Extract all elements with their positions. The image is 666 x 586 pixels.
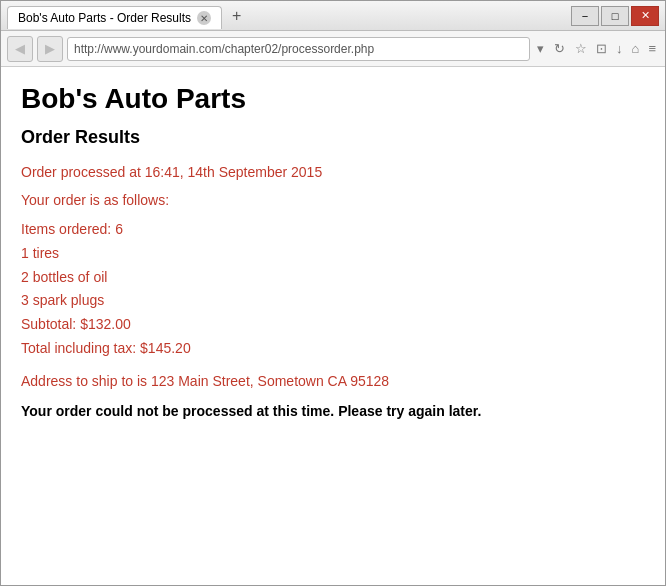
item3: 3 spark plugs bbox=[21, 289, 645, 313]
order-follows-text: Your order is as follows: bbox=[21, 192, 645, 208]
order-details: Items ordered: 6 1 tires 2 bottles of oi… bbox=[21, 218, 645, 361]
address-bar: ◀ ▶ http://www.yourdomain.com/chapter02/… bbox=[1, 31, 665, 67]
url-bar[interactable]: http://www.yourdomain.com/chapter02/proc… bbox=[67, 37, 530, 61]
order-processed-text: Order processed at 16:41, 14th September… bbox=[21, 164, 645, 180]
item2: 2 bottles of oil bbox=[21, 266, 645, 290]
refresh-icon[interactable]: ↻ bbox=[551, 39, 568, 58]
items-ordered: Items ordered: 6 bbox=[21, 218, 645, 242]
tab-label: Bob's Auto Parts - Order Results bbox=[18, 11, 191, 25]
home-icon[interactable]: ⌂ bbox=[629, 39, 643, 58]
maximize-button[interactable]: □ bbox=[601, 6, 629, 26]
page-content: Bob's Auto Parts Order Results Order pro… bbox=[1, 67, 665, 585]
active-tab[interactable]: Bob's Auto Parts - Order Results ✕ bbox=[7, 6, 222, 29]
window-controls: − □ ✕ bbox=[571, 6, 659, 26]
address-line: Address to ship to is 123 Main Street, S… bbox=[21, 373, 645, 389]
total-tax: Total including tax: $145.20 bbox=[21, 337, 645, 361]
back-button[interactable]: ◀ bbox=[7, 36, 33, 62]
toolbar-icons: ☆ ⊡ ↓ ⌂ ≡ bbox=[572, 39, 659, 58]
url-text: http://www.yourdomain.com/chapter02/proc… bbox=[74, 42, 374, 56]
page-icon[interactable]: ⊡ bbox=[593, 39, 610, 58]
site-title: Bob's Auto Parts bbox=[21, 83, 645, 115]
close-button[interactable]: ✕ bbox=[631, 6, 659, 26]
error-message: Your order could not be processed at thi… bbox=[21, 403, 645, 419]
download-icon[interactable]: ↓ bbox=[613, 39, 626, 58]
tab-bar: Bob's Auto Parts - Order Results ✕ + bbox=[7, 2, 571, 29]
new-tab-button[interactable]: + bbox=[226, 5, 247, 27]
item1: 1 tires bbox=[21, 242, 645, 266]
title-bar: Bob's Auto Parts - Order Results ✕ + − □… bbox=[1, 1, 665, 31]
minimize-button[interactable]: − bbox=[571, 6, 599, 26]
browser-window: Bob's Auto Parts - Order Results ✕ + − □… bbox=[0, 0, 666, 586]
star-icon[interactable]: ☆ bbox=[572, 39, 590, 58]
subtotal: Subtotal: $132.00 bbox=[21, 313, 645, 337]
dropdown-icon[interactable]: ▾ bbox=[534, 39, 547, 58]
tab-close-button[interactable]: ✕ bbox=[197, 11, 211, 25]
menu-icon[interactable]: ≡ bbox=[645, 39, 659, 58]
forward-button[interactable]: ▶ bbox=[37, 36, 63, 62]
page-heading: Order Results bbox=[21, 127, 645, 148]
